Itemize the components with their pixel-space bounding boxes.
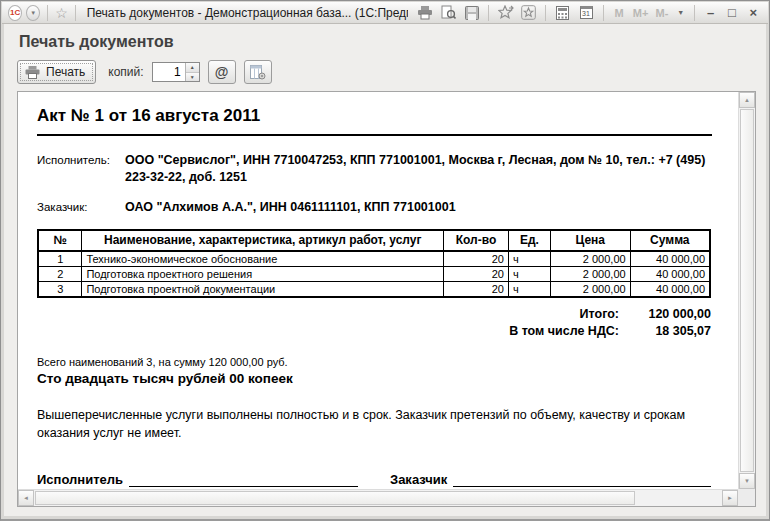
cell-unit: ч <box>508 281 550 297</box>
disclaimer-text: Вышеперечисленные услуги выполнены полно… <box>37 406 705 442</box>
copies-value[interactable]: 1 <box>153 63 184 81</box>
favorites-star-icon[interactable]: ☆ <box>55 6 68 20</box>
executor-signature-line <box>129 472 358 487</box>
customer-signature-line <box>453 472 711 487</box>
printer-icon <box>25 66 40 79</box>
memory-m-plus-button[interactable]: M+ <box>632 7 649 19</box>
1c-logo-icon[interactable]: 1С <box>8 5 22 21</box>
total-value: 120 000,00 <box>619 306 711 323</box>
separator <box>603 5 604 21</box>
stepper-down-icon[interactable]: ▼ <box>186 73 199 82</box>
app-window: 1С ▼ ☆ Печать документов - Демонстрацион… <box>0 0 770 521</box>
vertical-scroll-thumb[interactable] <box>740 109 754 472</box>
cell-price: 2 000,00 <box>550 266 630 281</box>
copies-label: копий: <box>108 65 143 79</box>
scrollbar-corner <box>738 489 755 506</box>
calendar-icon[interactable]: 31 <box>576 4 595 22</box>
toolbar-overflow-chevron-icon[interactable]: ▼ <box>675 9 687 16</box>
executor-row: Исполнитель: ООО "Сервислог", ИНН 771004… <box>37 152 712 186</box>
memory-m-minus-button[interactable]: M- <box>653 7 670 19</box>
col-header-price: Цена <box>550 230 630 251</box>
customer-value: ОАО "Алхимов А.А.", ИНН 0461111101, КПП … <box>125 199 712 216</box>
print-toolbar: Печать копий: 1 ▲ ▼ @ <box>17 59 272 85</box>
document-content: Акт № 1 от 16 августа 2011 Исполнитель: … <box>18 92 738 489</box>
close-button[interactable]: × <box>745 5 762 20</box>
cell-qty: 20 <box>444 281 509 297</box>
cell-name: Подготовка проектного решения <box>82 266 444 281</box>
cell-sum: 40 000,00 <box>630 266 710 281</box>
titlebar: 1С ▼ ☆ Печать документов - Демонстрацион… <box>2 2 768 24</box>
cell-price: 2 000,00 <box>550 251 630 267</box>
col-header-number: № <box>38 230 82 251</box>
stepper-buttons: ▲ ▼ <box>185 63 199 81</box>
table-row: 2 Подготовка проектного решения 20 ч 2 0… <box>38 266 710 281</box>
vertical-scrollbar[interactable]: ▲ ▼ <box>738 92 755 489</box>
executor-signature: Исполнитель <box>37 472 358 487</box>
table-header-row: № Наименование, характеристика, артикул … <box>38 230 710 251</box>
calculator-icon[interactable] <box>553 4 572 22</box>
executor-label: Исполнитель: <box>37 152 125 186</box>
cell-name: Подготовка проектной документации <box>82 281 444 297</box>
scroll-left-icon[interactable]: ◄ <box>18 490 34 506</box>
summary-line: Всего наименований 3, на сумму 120 000,0… <box>37 356 712 368</box>
table-row: 1 Технико-экономическое обоснование 20 ч… <box>38 251 710 267</box>
at-sign-icon: @ <box>215 64 229 80</box>
add-favorite-star-arrow-icon[interactable] <box>496 4 515 22</box>
customer-label: Заказчик: <box>37 199 125 216</box>
stepper-up-icon[interactable]: ▲ <box>186 63 199 73</box>
cell-number: 3 <box>38 281 82 297</box>
separator <box>47 5 48 21</box>
print-button-label: Печать <box>46 65 85 79</box>
executor-signature-label: Исполнитель <box>37 472 123 487</box>
cell-qty: 20 <box>444 266 509 281</box>
scroll-down-icon[interactable]: ▼ <box>739 473 755 489</box>
scroll-right-icon[interactable]: ► <box>722 490 738 506</box>
print-button[interactable]: Печать <box>17 60 96 84</box>
print-icon[interactable] <box>416 4 435 22</box>
page-title: Печать документов <box>19 33 174 51</box>
cell-sum: 40 000,00 <box>630 251 710 267</box>
table-row: 3 Подготовка проектной документации 20 ч… <box>38 281 710 297</box>
total-row: Итого: 120 000,00 <box>37 306 711 323</box>
table-settings-button[interactable] <box>244 60 272 84</box>
customer-signature-label: Заказчик <box>390 472 447 487</box>
print-preview-icon[interactable] <box>439 4 458 22</box>
customer-row: Заказчик: ОАО "Алхимов А.А.", ИНН 046111… <box>37 199 712 216</box>
cell-number: 1 <box>38 251 82 267</box>
total-label: Итого: <box>580 306 619 323</box>
separator <box>488 5 489 21</box>
amount-in-words: Сто двадцать тысяч рублей 00 копеек <box>37 371 712 386</box>
cell-sum: 40 000,00 <box>630 281 710 297</box>
executor-value: ООО "Сервислог", ИНН 7710047253, КПП 771… <box>125 152 712 186</box>
system-menu-chevron-icon[interactable]: ▼ <box>26 5 40 21</box>
cell-number: 2 <box>38 266 82 281</box>
document-title: Акт № 1 от 16 августа 2011 <box>37 106 712 136</box>
copies-stepper[interactable]: 1 ▲ ▼ <box>152 62 200 82</box>
maximize-button[interactable]: □ <box>723 5 740 20</box>
cell-unit: ч <box>508 266 550 281</box>
vat-label: В том числе НДС: <box>509 323 619 340</box>
col-header-sum: Сумма <box>630 230 710 251</box>
col-header-unit: Ед. <box>508 230 550 251</box>
items-table: № Наименование, характеристика, артикул … <box>37 229 711 298</box>
customer-signature: Заказчик <box>390 472 711 487</box>
cell-qty: 20 <box>444 251 509 267</box>
cell-unit: ч <box>508 251 550 267</box>
memory-m-button[interactable]: M <box>610 7 627 19</box>
separator <box>75 5 76 21</box>
totals-block: Итого: 120 000,00 В том числе НДС: 18 30… <box>37 306 711 340</box>
signatures-row: Исполнитель Заказчик <box>37 472 711 487</box>
col-header-qty: Кол-во <box>444 230 509 251</box>
save-icon[interactable] <box>462 4 481 22</box>
horizontal-scroll-thumb[interactable] <box>35 491 635 505</box>
horizontal-scrollbar[interactable]: ◄ ► <box>18 489 738 506</box>
scroll-up-icon[interactable]: ▲ <box>739 92 755 108</box>
col-header-name: Наименование, характеристика, артикул ра… <box>82 230 444 251</box>
vat-row: В том числе НДС: 18 305,07 <box>37 323 711 340</box>
document-preview-area: Акт № 1 от 16 августа 2011 Исполнитель: … <box>17 91 756 507</box>
minimize-button[interactable]: – <box>702 5 719 20</box>
send-email-button[interactable]: @ <box>208 60 236 84</box>
favorites-list-star-icon[interactable] <box>519 4 538 22</box>
table-settings-icon <box>250 65 266 80</box>
vat-value: 18 305,07 <box>619 323 711 340</box>
